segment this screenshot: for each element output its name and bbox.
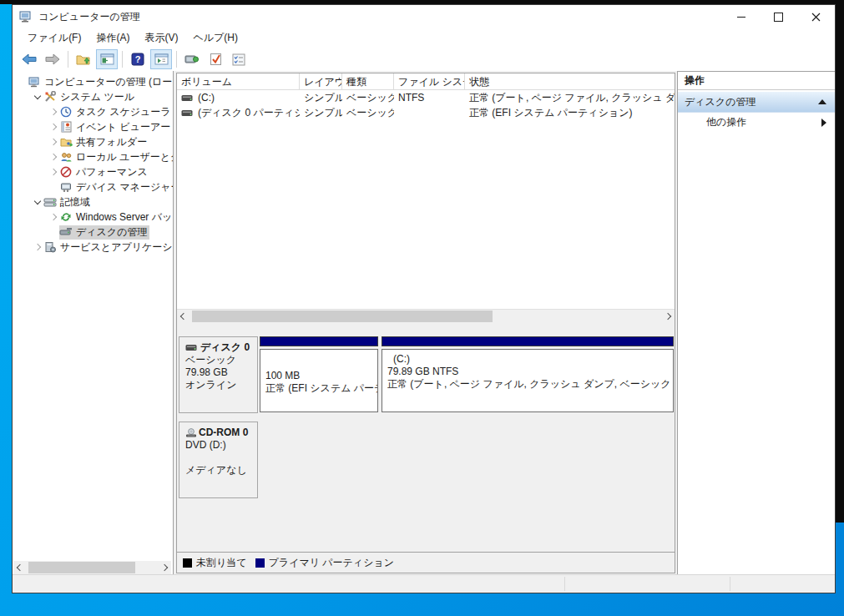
column-header-volume[interactable]: ボリューム (177, 73, 300, 90)
performance-icon (59, 166, 73, 179)
partition-color-bar (260, 336, 378, 346)
pane-splitter[interactable] (177, 324, 675, 331)
partition-c[interactable]: (C:) 79.89 GB NTFS 正常 (ブート, ページ ファイル, クラ… (382, 336, 674, 413)
tree-item-local-users-and-groups[interactable]: ローカル ユーザーとグループ (13, 149, 173, 164)
status-bar-divider (730, 577, 730, 591)
checklist-button[interactable] (228, 49, 250, 69)
menu-bar: ファイル(F) 操作(A) 表示(V) ヘルプ(H) (13, 28, 835, 48)
graphical-view: ディスク 0 ベーシック 79.98 GB オンライン 100 MB 正常 (E… (177, 331, 675, 552)
disk0-type: ベーシック (185, 354, 257, 366)
expand-chevron[interactable] (32, 91, 43, 103)
up-folder-button[interactable] (73, 49, 94, 69)
device-manager-icon (59, 181, 73, 194)
menu-action[interactable]: 操作(A) (88, 28, 137, 48)
tree-item-label: 共有フォルダー (76, 135, 147, 149)
column-header-type[interactable]: 種類 (342, 73, 394, 90)
tree-item-storage[interactable]: 記憶域 (13, 194, 173, 210)
column-header-filesystem[interactable]: ファイル システム (394, 73, 465, 90)
scroll-thumb[interactable] (28, 562, 135, 573)
tree-item-device-manager[interactable]: デバイス マネージャー (13, 179, 173, 194)
show-hide-console-tree-button[interactable] (96, 49, 118, 69)
back-button[interactable] (18, 49, 40, 69)
column-header-layout[interactable]: レイアウト (300, 73, 342, 90)
tree-item-label: ローカル ユーザーとグループ (76, 150, 174, 164)
toolbar-separator (122, 51, 123, 68)
expand-chevron[interactable] (48, 151, 59, 163)
back-arrow-icon (22, 53, 37, 65)
tree-item-shared-folders[interactable]: 共有フォルダー (13, 134, 173, 149)
partition-color-bar (382, 336, 674, 346)
expand-chevron[interactable] (48, 121, 59, 133)
validate-document-button[interactable] (205, 49, 226, 69)
scroll-left-arrow[interactable] (177, 310, 190, 323)
close-button[interactable] (797, 5, 835, 28)
partition-size: 100 MB (265, 370, 374, 382)
remote-computer-icon (184, 53, 200, 65)
tree-item-disk-management[interactable]: ディスクの管理 (13, 225, 173, 240)
scroll-right-arrow[interactable] (661, 310, 675, 323)
expand-chevron[interactable] (48, 166, 59, 178)
actions-pane: 操作 ディスクの管理 他の操作 (677, 71, 835, 576)
partition-status: 正常 (ブート, ページ ファイル, クラッシュ ダンプ, ベーシック データ … (387, 378, 670, 391)
submenu-arrow-icon (821, 119, 826, 127)
expand-chevron[interactable] (32, 241, 43, 253)
main-content: コンピューターの管理 (ローカル) システム ツール タスク スケジューラ イベ… (13, 71, 835, 576)
tree-item-computer-management[interactable]: コンピューターの管理 (ローカル) (13, 74, 173, 89)
expand-chevron[interactable] (32, 196, 43, 208)
tree-item-task-scheduler[interactable]: タスク スケジューラ (13, 104, 173, 119)
close-icon (811, 13, 821, 22)
legend-unallocated-swatch (183, 558, 192, 568)
tree-item-system-tools[interactable]: システム ツール (13, 89, 173, 104)
screen-edge-right (836, 0, 844, 523)
menu-file[interactable]: ファイル(F) (20, 28, 88, 48)
cdrom-row: CD-ROM 0 DVD (D:) メディアなし (179, 422, 675, 498)
maximize-button[interactable] (760, 5, 797, 28)
more-actions-item[interactable]: 他の操作 (678, 113, 835, 132)
status-bar-divider (564, 577, 565, 591)
scroll-thumb[interactable] (192, 311, 493, 322)
menu-view[interactable]: 表示(V) (137, 28, 185, 48)
actions-section-disk-management[interactable]: ディスクの管理 (678, 92, 835, 113)
disk0-label-box[interactable]: ディスク 0 ベーシック 79.98 GB オンライン (179, 336, 258, 413)
forward-button[interactable] (42, 49, 63, 69)
table-row[interactable]: (C:) シンプル ベーシック NTFS 正常 (ブート, ページ ファイル, … (177, 90, 675, 105)
expand-chevron[interactable] (48, 211, 59, 223)
cdrom-label-box[interactable]: CD-ROM 0 DVD (D:) メディアなし (179, 422, 258, 498)
partition-efi[interactable]: 100 MB 正常 (EFI システム パーティシ (260, 336, 378, 413)
column-header-status[interactable]: 状態 (465, 73, 675, 90)
tree-item-label: タスク スケジューラ (76, 105, 171, 119)
expand-chevron[interactable] (48, 136, 59, 148)
toolbar-separator (68, 51, 68, 68)
window-title: コンピューターの管理 (38, 10, 140, 24)
minimize-button[interactable] (722, 5, 760, 28)
system-tools-icon (43, 91, 57, 104)
table-row[interactable]: (ディスク 0 パーティション 1) シンプル ベーシック 正常 (EFI シス… (177, 105, 675, 120)
tree-item-performance[interactable]: パフォーマンス (13, 164, 173, 179)
collapse-section-icon[interactable] (818, 99, 826, 104)
computer-icon (28, 76, 41, 88)
console-tree-icon (100, 53, 114, 65)
menu-help[interactable]: ヘルプ(H) (185, 28, 245, 48)
disk-management-pane: ボリューム レイアウト 種類 ファイル システム 状態 (C:) シンプル ベー… (176, 73, 675, 573)
toolbar-separator (176, 51, 177, 68)
task-scheduler-icon (59, 106, 73, 119)
status-bar (13, 574, 835, 593)
help-button[interactable]: ? (127, 49, 149, 69)
tree-horizontal-scrollbar[interactable] (13, 561, 171, 574)
maximize-icon (774, 13, 783, 22)
legend-bar: 未割り当て プライマリ パーティション (177, 552, 675, 573)
tree-item-windows-server-backup[interactable]: Windows Server バックア (13, 210, 173, 225)
services-applications-icon (43, 241, 57, 254)
disk0-state: オンライン (185, 379, 257, 391)
minimize-icon (737, 17, 745, 18)
show-hide-action-pane-button[interactable] (150, 49, 172, 69)
scroll-right-arrow[interactable] (158, 561, 171, 574)
title-bar[interactable]: コンピューターの管理 (13, 5, 835, 28)
remote-computer-button[interactable] (181, 49, 203, 69)
volume-list-horizontal-scrollbar[interactable] (177, 309, 675, 324)
tree-item-event-viewer[interactable]: イベント ビューアー (13, 119, 173, 134)
computer-management-app-icon (19, 10, 33, 23)
expand-chevron[interactable] (48, 106, 59, 118)
scroll-left-arrow[interactable] (13, 561, 27, 574)
tree-item-services-and-applications[interactable]: サービスとアプリケーション (13, 240, 173, 255)
